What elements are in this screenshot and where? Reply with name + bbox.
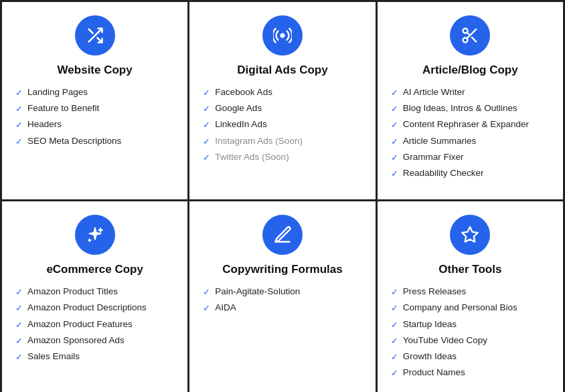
check-icon: ✓ [203, 152, 210, 164]
list-item-label: Sales Emails [27, 351, 80, 363]
check-icon: ✓ [15, 319, 23, 331]
check-icon: ✓ [391, 136, 398, 148]
list-item: ✓Landing Pages [15, 86, 174, 99]
check-icon: ✓ [203, 103, 210, 115]
list-item-label: Twitter Ads (Soon) [215, 151, 289, 164]
check-icon: ✓ [391, 119, 398, 131]
check-icon: ✓ [15, 103, 23, 115]
svg-point-0 [281, 34, 285, 37]
list-item-label: Google Ads [215, 102, 262, 115]
noedit-icon [262, 215, 303, 255]
list-item: ✓Press Releases [391, 286, 550, 298]
check-icon: ✓ [391, 319, 398, 331]
list-item-label: Headers [27, 118, 62, 131]
list-item: ✓Twitter Ads (Soon) [203, 151, 361, 164]
check-icon: ✓ [15, 136, 23, 148]
other-tools-list: ✓Press Releases✓Company and Personal Bio… [391, 286, 550, 383]
list-item-label: Pain-Agitate-Solution [215, 286, 300, 298]
check-icon: ✓ [391, 103, 398, 115]
list-item: ✓Article Summaries [391, 135, 550, 148]
check-icon: ✓ [203, 286, 210, 298]
ecommerce-copy-list: ✓Amazon Product Titles✓Amazon Product De… [15, 286, 174, 367]
list-item-label: Amazon Product Titles [27, 286, 118, 298]
list-item-label: AI Article Writer [403, 86, 465, 99]
ecommerce-copy-title: eCommerce Copy [46, 263, 143, 276]
check-icon: ✓ [203, 136, 210, 148]
copywriting-formulas-title: Copywriting Formulas [222, 263, 342, 276]
article-blog-copy-title: Article/Blog Copy [422, 64, 518, 77]
list-item-label: Product Names [403, 367, 465, 379]
sparkles-icon [75, 215, 115, 255]
check-icon: ✓ [203, 119, 210, 131]
star-icon [450, 215, 490, 255]
cell-digital-ads-copy: Digital Ads Copy✓Facebook Ads✓Google Ads… [189, 2, 377, 201]
check-icon: ✓ [15, 302, 23, 314]
list-item: ✓Readability Checker [391, 167, 550, 180]
list-item-label: Readability Checker [403, 167, 484, 180]
radio-icon [262, 15, 303, 56]
list-item: ✓Amazon Sponsored Ads [15, 334, 174, 347]
list-item: ✓Grammar Fixer [391, 151, 550, 164]
list-item-label: Amazon Product Features [27, 318, 133, 331]
check-icon: ✓ [391, 302, 398, 314]
website-copy-title: Website Copy [58, 64, 133, 77]
feature-grid: Website Copy✓Landing Pages✓Feature to Be… [0, 0, 565, 392]
list-item-label: Landing Pages [27, 86, 88, 99]
digital-ads-copy-list: ✓Facebook Ads✓Google Ads✓LinkedIn Ads✓In… [203, 86, 361, 167]
check-icon: ✓ [391, 351, 398, 363]
list-item: ✓Pain-Agitate-Solution [203, 286, 361, 298]
list-item: ✓Company and Personal Bios [391, 302, 550, 314]
check-icon: ✓ [15, 335, 23, 347]
copywriting-formulas-list: ✓Pain-Agitate-Solution✓AIDA [203, 286, 361, 318]
list-item: ✓Content Rephraser & Expander [391, 118, 550, 131]
other-tools-title: Other Tools [438, 263, 501, 276]
list-item: ✓AI Article Writer [391, 86, 550, 99]
check-icon: ✓ [391, 335, 398, 347]
list-item-label: Press Releases [403, 286, 467, 298]
list-item: ✓Product Names [391, 367, 550, 379]
check-icon: ✓ [203, 302, 210, 314]
list-item-label: LinkedIn Ads [215, 118, 266, 131]
list-item: ✓Amazon Product Titles [15, 286, 174, 298]
list-item-label: Facebook Ads [215, 86, 272, 99]
list-item-label: Content Rephraser & Expander [403, 118, 529, 131]
list-item: ✓Growth Ideas [391, 351, 550, 363]
list-item: ✓Blog Ideas, Intros & Outlines [391, 102, 550, 115]
list-item: ✓Facebook Ads [203, 86, 361, 99]
list-item-label: Amazon Sponsored Ads [27, 334, 125, 347]
list-item-label: Growth Ideas [403, 351, 457, 363]
digital-ads-copy-title: Digital Ads Copy [237, 64, 327, 77]
cell-other-tools: Other Tools✓Press Releases✓Company and P… [378, 201, 565, 392]
list-item: ✓Headers [15, 118, 174, 131]
check-icon: ✓ [203, 87, 210, 99]
list-item: ✓SEO Meta Descriptions [15, 135, 174, 148]
list-item-label: Blog Ideas, Intros & Outlines [403, 102, 517, 115]
list-item-label: Company and Personal Bios [403, 302, 517, 314]
check-icon: ✓ [391, 367, 398, 379]
list-item: ✓Google Ads [203, 102, 361, 115]
list-item: ✓Feature to Benefit [15, 102, 174, 115]
cell-ecommerce-copy: eCommerce Copy✓Amazon Product Titles✓Ama… [2, 201, 189, 392]
list-item: ✓Amazon Product Features [15, 318, 174, 331]
check-icon: ✓ [15, 286, 23, 298]
list-item-label: Amazon Product Descriptions [27, 302, 147, 314]
list-item-label: SEO Meta Descriptions [27, 135, 121, 148]
list-item: ✓Amazon Product Descriptions [15, 302, 174, 314]
cell-website-copy: Website Copy✓Landing Pages✓Feature to Be… [2, 2, 189, 201]
check-icon: ✓ [15, 119, 23, 131]
list-item: ✓Instagram Ads (Soon) [203, 135, 361, 148]
check-icon: ✓ [391, 168, 398, 180]
cell-copywriting-formulas: Copywriting Formulas✓Pain-Agitate-Soluti… [189, 201, 377, 392]
check-icon: ✓ [15, 351, 23, 363]
website-copy-list: ✓Landing Pages✓Feature to Benefit✓Header… [15, 86, 174, 151]
list-item: ✓Startup Ideas [391, 318, 550, 331]
list-item-label: Grammar Fixer [403, 151, 464, 164]
check-icon: ✓ [15, 87, 23, 99]
article-blog-copy-list: ✓AI Article Writer✓Blog Ideas, Intros & … [391, 86, 550, 183]
list-item-label: Startup Ideas [403, 318, 457, 331]
list-item-label: YouTube Video Copy [403, 334, 487, 347]
list-item: ✓Sales Emails [15, 351, 174, 363]
check-icon: ✓ [391, 87, 398, 99]
shuffle-icon [75, 15, 115, 56]
list-item-label: AIDA [215, 302, 236, 314]
